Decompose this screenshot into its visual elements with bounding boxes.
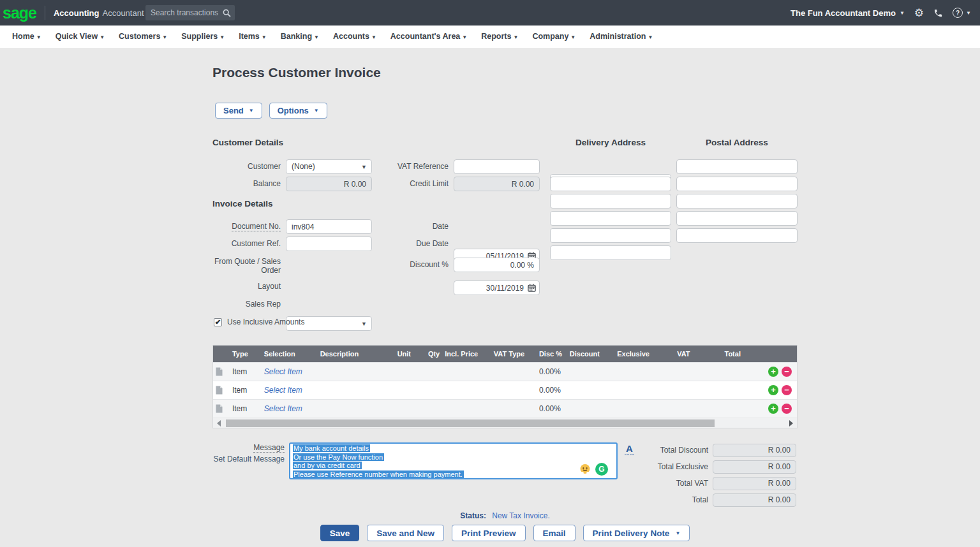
add-row-icon[interactable]: + xyxy=(768,404,778,414)
remove-row-icon[interactable]: − xyxy=(782,385,792,395)
checkbox-checked-icon[interactable]: ✔ xyxy=(214,318,222,326)
postal-address-line-3[interactable] xyxy=(676,194,798,208)
message-line: Please use Reference number when making … xyxy=(293,470,464,478)
document-no-input[interactable] xyxy=(286,219,372,234)
message-line: My bank account details xyxy=(293,444,370,452)
menu-accountants-area[interactable]: Accountant's Area▼ xyxy=(383,26,474,48)
select-item-link[interactable]: Select Item xyxy=(264,367,302,376)
email-button[interactable]: Email xyxy=(533,525,575,541)
menu-accounts[interactable]: Accounts▼ xyxy=(326,26,383,48)
sage-logo[interactable]: sage xyxy=(3,0,36,26)
total-exclusive-value: R 0.00 xyxy=(713,460,796,474)
help-icon: ? xyxy=(953,8,963,18)
col-type: Type xyxy=(230,350,262,358)
menu-banking[interactable]: Banking▼ xyxy=(274,26,326,48)
remove-row-icon[interactable]: − xyxy=(782,404,792,414)
add-row-icon[interactable]: + xyxy=(768,367,778,377)
total-exclusive-label: Total Exclusive xyxy=(632,460,708,474)
grammarly-icon[interactable]: G xyxy=(595,463,608,476)
menu-suppliers[interactable]: Suppliers▼ xyxy=(174,26,232,48)
discount-input[interactable] xyxy=(454,258,540,272)
save-button[interactable]: Save xyxy=(320,525,360,541)
search-input[interactable] xyxy=(151,8,223,17)
chevron-down-icon: ▼ xyxy=(513,34,518,40)
credit-limit-field xyxy=(454,177,540,191)
page-title: Process Customer Invoice xyxy=(212,65,381,80)
chevron-down-icon: ▼ xyxy=(900,10,905,16)
account-menu[interactable]: The Fun Accountant Demo ▼ xyxy=(791,8,905,18)
message-line: Or use the Pay Now function xyxy=(293,453,384,461)
delivery-address-line-2[interactable] xyxy=(550,194,671,208)
date-label: Date xyxy=(368,219,449,234)
postal-address-line-1[interactable] xyxy=(676,159,798,174)
col-exclusive: Exclusive xyxy=(609,350,658,358)
delivery-address-line-1[interactable] xyxy=(550,177,671,191)
col-description: Description xyxy=(318,350,388,358)
sales-rep-label: Sales Rep xyxy=(200,297,281,312)
print-delivery-note-button[interactable]: Print Delivery Note▼ xyxy=(583,525,690,541)
chevron-down-icon: ▼ xyxy=(675,530,680,536)
menu-company[interactable]: Company▼ xyxy=(525,26,583,48)
postal-address-heading: Postal Address xyxy=(676,138,798,147)
table-row: Item Select Item 0.00% + − xyxy=(213,399,797,418)
message-label[interactable]: Message xyxy=(253,443,285,453)
col-vat-type: VAT Type xyxy=(482,350,537,358)
chevron-down-icon: ▼ xyxy=(371,34,376,40)
set-default-message-link[interactable]: Set Default Message xyxy=(195,455,285,463)
document-no-label[interactable]: Document No. xyxy=(232,222,281,231)
postal-address-line-4[interactable] xyxy=(676,211,798,226)
menu-items[interactable]: Items▼ xyxy=(232,26,274,48)
remove-row-icon[interactable]: − xyxy=(782,367,792,377)
delivery-address-line-5[interactable] xyxy=(550,245,671,260)
phone-icon[interactable] xyxy=(933,8,943,18)
add-row-icon[interactable]: + xyxy=(768,385,778,395)
select-item-link[interactable]: Select Item xyxy=(264,404,302,413)
col-qty: Qty xyxy=(420,350,442,358)
credit-limit-label: Credit Limit xyxy=(368,177,449,191)
delivery-address-line-4[interactable] xyxy=(550,228,671,243)
chevron-down-icon: ▼ xyxy=(570,34,575,40)
menu-home[interactable]: Home▼ xyxy=(5,26,48,48)
postal-address-line-2[interactable] xyxy=(676,177,798,191)
horizontal-scrollbar[interactable] xyxy=(213,418,797,428)
customer-select[interactable]: (None)▼ xyxy=(286,159,372,174)
options-button[interactable]: Options▼ xyxy=(269,103,327,119)
menu-quick-view[interactable]: Quick View▼ xyxy=(48,26,112,48)
calendar-icon[interactable] xyxy=(528,284,536,292)
discount-label: Discount % xyxy=(368,258,449,272)
status-value: New Tax Invoice. xyxy=(492,511,550,520)
chevron-down-icon: ▼ xyxy=(648,34,653,40)
col-total: Total xyxy=(709,350,755,358)
vat-reference-input[interactable] xyxy=(454,159,540,174)
search-icon[interactable] xyxy=(223,9,231,17)
save-and-new-button[interactable]: Save and New xyxy=(367,525,444,541)
use-inclusive-amounts-checkbox[interactable]: ✔ Use Inclusive Amounts xyxy=(214,317,304,326)
chevron-down-icon: ▼ xyxy=(100,34,105,40)
due-date-input[interactable] xyxy=(454,281,540,295)
col-discount: Discount xyxy=(567,350,609,358)
send-button[interactable]: Send▼ xyxy=(215,103,262,119)
customer-ref-input[interactable] xyxy=(286,237,372,251)
emoji-assistant-icon[interactable] xyxy=(579,463,591,475)
status-label: Status: xyxy=(460,511,486,520)
menu-reports[interactable]: Reports▼ xyxy=(474,26,525,48)
help-menu[interactable]: ? ▼ xyxy=(953,8,971,18)
scroll-right-icon[interactable] xyxy=(789,420,793,427)
scrollbar-thumb[interactable] xyxy=(226,419,715,427)
col-unit: Unit xyxy=(387,350,420,358)
total-vat-value: R 0.00 xyxy=(713,477,796,490)
postal-address-line-5[interactable] xyxy=(676,228,798,243)
settings-gear-icon[interactable]: ⚙ xyxy=(914,8,924,18)
print-preview-button[interactable]: Print Preview xyxy=(452,525,526,541)
menu-customers[interactable]: Customers▼ xyxy=(112,26,174,48)
scroll-left-icon[interactable] xyxy=(217,420,221,427)
document-icon xyxy=(213,386,230,395)
customer-ref-label: Customer Ref. xyxy=(200,237,281,251)
menu-administration[interactable]: Administration▼ xyxy=(583,26,660,48)
delivery-address-line-3[interactable] xyxy=(550,211,671,226)
select-item-link[interactable]: Select Item xyxy=(264,386,302,395)
search-transactions-box[interactable] xyxy=(145,5,235,20)
table-row: Item Select Item 0.00% + − xyxy=(213,381,797,399)
message-textarea[interactable]: My bank account details Or use the Pay N… xyxy=(289,442,618,479)
total-discount-label: Total Discount xyxy=(632,444,708,457)
